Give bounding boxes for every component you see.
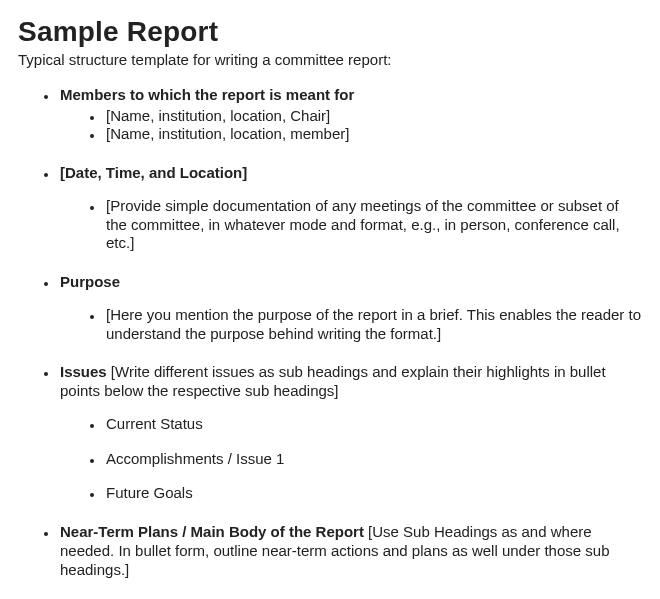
section-members: Members to which the report is meant for… xyxy=(58,86,642,144)
list-item: [Name, institution, location, Chair] xyxy=(104,107,642,126)
date-sublist: [Provide simple documentation of any mee… xyxy=(60,197,642,253)
list-item: Future Goals xyxy=(104,484,642,503)
section-heading: Issues xyxy=(60,363,107,380)
section-purpose: Purpose [Here you mention the purpose of… xyxy=(58,273,642,343)
intro-text: Typical structure template for writing a… xyxy=(18,51,642,70)
issues-sublist: Current Status Accomplishments / Issue 1… xyxy=(60,415,642,503)
section-heading: Purpose xyxy=(60,273,120,290)
section-issues: Issues [Write different issues as sub he… xyxy=(58,363,642,503)
section-heading: Near-Term Plans / Main Body of the Repor… xyxy=(60,523,364,540)
list-item: [Provide simple documentation of any mee… xyxy=(104,197,642,253)
section-heading: Members to which the report is meant for xyxy=(60,86,354,103)
list-item: [Name, institution, location, member] xyxy=(104,125,642,144)
section-heading: [Date, Time, and Location] xyxy=(60,164,247,181)
section-near-term: Near-Term Plans / Main Body of the Repor… xyxy=(58,523,642,579)
section-date: [Date, Time, and Location] [Provide simp… xyxy=(58,164,642,253)
members-sublist: [Name, institution, location, Chair] [Na… xyxy=(60,107,642,145)
purpose-sublist: [Here you mention the purpose of the rep… xyxy=(60,306,642,344)
page-title: Sample Report xyxy=(18,14,642,49)
outline-list: Members to which the report is meant for… xyxy=(18,86,642,580)
list-item: Accomplishments / Issue 1 xyxy=(104,450,642,469)
list-item: [Here you mention the purpose of the rep… xyxy=(104,306,642,344)
list-item: Current Status xyxy=(104,415,642,434)
section-desc: [Write different issues as sub headings … xyxy=(60,363,606,399)
